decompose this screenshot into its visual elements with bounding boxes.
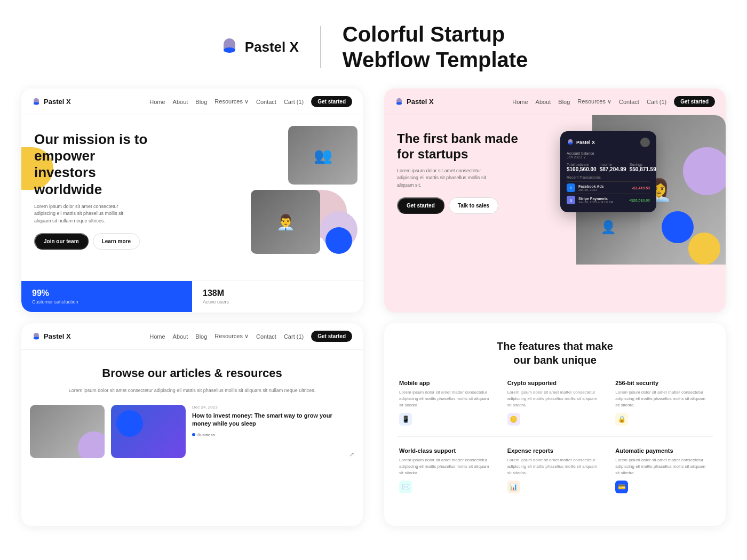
nav-cta-left[interactable]: Get started	[311, 96, 352, 107]
crypto-icon: 🪙	[507, 413, 520, 426]
main-content: Pastel X Home About Blog Resources ∨ Con…	[0, 89, 747, 323]
hero-desc-right: Lorem ipsum dolor sit amet consectetur a…	[397, 167, 504, 189]
users-value: 138M	[203, 289, 352, 298]
bank-logo: Pastel X	[567, 139, 595, 146]
article-content: Dec 24, 2023 How to invest money: The sm…	[192, 405, 343, 458]
payments-icon: 💳	[615, 481, 628, 493]
card-top-right: Pastel X Home About Blog Resources ∨ Con…	[384, 89, 726, 313]
transaction-1: f Facebook Ads Jan 26, 2023 -$1,419.59	[567, 181, 650, 194]
hero-left: 👥 👨‍💼 Our mission is to empower investor…	[21, 115, 363, 275]
get-started-button[interactable]: Get started	[397, 197, 444, 214]
page-header: Pastel X Colorful Startup Webflow Templa…	[0, 0, 747, 89]
photo-1: 👥	[288, 126, 357, 185]
learn-more-button[interactable]: Learn more	[93, 233, 140, 250]
transaction-2: S Stripe Payments Jan 26, 2023 at 9:10 P…	[567, 194, 650, 206]
hero-desc-left: Lorem ipsum dolor sit amet consectetur a…	[34, 203, 141, 225]
svg-point-2	[224, 47, 235, 53]
tag-dot	[192, 433, 195, 436]
card-bottom-right: The features that make our bank unique M…	[384, 323, 726, 526]
bottom-row: Pastel X Home About Blog Resources ∨ Con…	[0, 323, 747, 547]
article-title: How to invest money: The smart way to gr…	[192, 412, 343, 428]
article-tag: Business	[192, 433, 343, 437]
nav-logo-right: Pastel X	[395, 98, 434, 106]
hero-title-right: The first bank made for startups	[397, 131, 536, 162]
nav-links-right: Home About Blog Resources ∨ Contact Cart…	[512, 96, 715, 107]
feature-crypto: Crypto supported Lorem ipsum dolor sit a…	[505, 380, 605, 426]
feature-payments: Automatic payments Lorem ipsum dolor sit…	[613, 447, 713, 493]
blue-half-right	[662, 211, 694, 243]
feature-security: 256-bit security Lorem ipsum dolor sit a…	[613, 380, 713, 426]
navbar-bottom-left: Pastel X Home About Blog Resources ∨ Con…	[21, 323, 363, 350]
nav-links-blog: Home About Blog Resources ∨ Contact Cart…	[149, 331, 352, 342]
nav-links-left: Home About Blog Resources ∨ Contact Cart…	[149, 96, 352, 107]
stripe-icon: S	[567, 196, 575, 204]
brand-logo: Pastel X	[219, 37, 299, 57]
header-divider	[320, 26, 321, 68]
article-thumb-1	[30, 405, 105, 458]
feature-expense: Expense reports Lorem ipsum dolor sit am…	[505, 447, 605, 493]
mobile-app-icon: 📱	[399, 413, 412, 426]
feature-mobile-app: Mobile app Lorem ipsum dolor sit amet ma…	[397, 380, 497, 426]
navbar-top-left: Pastel X Home About Blog Resources ∨ Con…	[21, 89, 363, 115]
satisfaction-value: 99%	[32, 289, 181, 298]
talk-to-sales-button[interactable]: Talk to sales	[449, 197, 498, 214]
nav-cta-blog[interactable]: Get started	[311, 331, 352, 342]
feature-support: World-class support Lorem ipsum dolor si…	[397, 447, 497, 493]
logo-text: Pastel X	[245, 39, 299, 55]
article-date: Dec 24, 2023	[192, 405, 343, 410]
user-avatar	[640, 138, 650, 147]
fb-icon: f	[567, 183, 575, 192]
purple-decoration-right	[683, 147, 726, 195]
tag-label: Business	[197, 433, 214, 437]
stats-bar: 99% Customer satisfaction 138M Active us…	[21, 281, 363, 312]
features-title: The features that make our bank unique	[397, 339, 713, 367]
hero-title-left: Our mission is to empower investors worl…	[34, 131, 152, 198]
tagline: Colorful Startup Webflow Template	[343, 21, 528, 73]
svg-point-11	[568, 142, 573, 145]
blog-desc: Lorem ipsum dolor sit amet consectetur a…	[21, 387, 363, 405]
logo-icon	[219, 37, 240, 57]
article-arrow: ↗	[349, 451, 354, 458]
features-grid: Mobile app Lorem ipsum dolor sit amet ma…	[397, 380, 713, 493]
bank-widget-header: Pastel X	[567, 138, 650, 147]
svg-point-8	[396, 102, 402, 105]
svg-point-14	[34, 337, 39, 339]
articles-list: Dec 24, 2023 How to invest money: The sm…	[21, 405, 363, 469]
support-icon: ✉️	[399, 481, 412, 493]
security-icon: 🔒	[615, 413, 628, 426]
features-divider	[397, 436, 713, 437]
stat-satisfaction: 99% Customer satisfaction	[21, 281, 192, 312]
nav-logo-left: Pastel X	[32, 98, 71, 106]
blog-title: Browse our articles & resources	[21, 350, 363, 387]
card-bottom-left: Pastel X Home About Blog Resources ∨ Con…	[21, 323, 363, 526]
expense-icon: 📊	[507, 481, 520, 493]
hero-buttons-right: Get started Talk to sales	[397, 197, 713, 214]
article-thumb-2	[111, 405, 186, 458]
card-top-left: Pastel X Home About Blog Resources ∨ Con…	[21, 89, 363, 313]
stat-users: 138M Active users	[192, 281, 363, 312]
yellow-ring	[688, 233, 720, 265]
navbar-top-right: Pastel X Home About Blog Resources ∨ Con…	[384, 89, 726, 115]
bank-widget: Pastel X Account balance Jan 2023 ∨ Tota…	[560, 131, 656, 212]
svg-point-5	[34, 102, 39, 105]
users-label: Active users	[203, 299, 352, 305]
nav-cta-right[interactable]: Get started	[674, 96, 715, 107]
nav-logo-blog: Pastel X	[32, 332, 71, 341]
hero-buttons-left: Join our team Learn more	[34, 233, 350, 250]
satisfaction-label: Customer satisfaction	[32, 299, 181, 305]
join-team-button[interactable]: Join our team	[34, 233, 89, 250]
hero-right: 👩‍💼 👤 Pastel X	[384, 115, 726, 275]
balance-row: Total balance $160,560.00 Income $87,204…	[567, 163, 650, 172]
